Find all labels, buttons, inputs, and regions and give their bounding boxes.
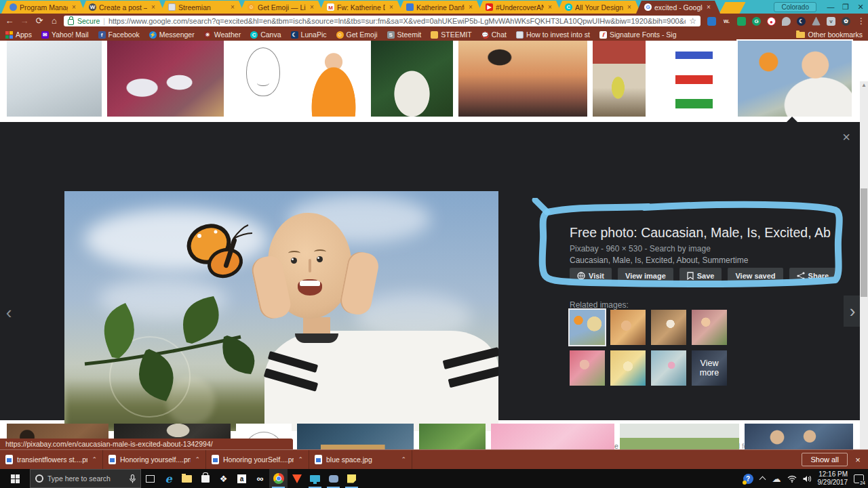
bookmark-canva[interactable]: CCanva bbox=[250, 30, 281, 39]
view-more-tile[interactable]: View more bbox=[692, 350, 727, 386]
related-image[interactable] bbox=[610, 350, 646, 386]
brave-icon[interactable] bbox=[288, 469, 306, 488]
bookmark-yahoo-mail[interactable]: ✉Yahoo! Mail bbox=[41, 30, 89, 39]
result-title[interactable]: Free photo: Caucasian, Male, Is, Excited… bbox=[570, 225, 831, 241]
tab-google-search-active[interactable]: Gexcited - Google Search bbox=[636, 1, 720, 14]
image-result[interactable] bbox=[458, 41, 587, 117]
bookmark-signature-fonts[interactable]: fSignature Fonts - Sig bbox=[599, 30, 677, 39]
related-image-selected[interactable] bbox=[570, 310, 605, 345]
help-tray-icon[interactable]: ? bbox=[743, 474, 753, 484]
show-all-downloads-button[interactable]: Show all bbox=[802, 453, 848, 466]
address-bar[interactable]: Secure | https://www.google.com/search?q… bbox=[64, 16, 701, 26]
search-by-image-link[interactable]: Search by image bbox=[650, 244, 711, 253]
tab-close-icon[interactable] bbox=[71, 4, 77, 11]
other-bookmarks[interactable]: Other bookmarks bbox=[796, 30, 863, 39]
tab-katherine-bio[interactable]: Katherine Danforth Bio bbox=[398, 1, 482, 14]
close-preview-icon[interactable] bbox=[842, 130, 850, 144]
bookmark-how-to-invest[interactable]: How to invest into st bbox=[516, 30, 590, 39]
action-center-icon[interactable]: 24 bbox=[854, 474, 864, 483]
tab-close-icon[interactable] bbox=[626, 4, 633, 11]
tray-overflow-chevron-icon[interactable] bbox=[760, 475, 766, 482]
tab-canva[interactable]: CAll Your Designs – Canv bbox=[557, 1, 641, 14]
close-downloads-icon[interactable] bbox=[848, 455, 868, 465]
download-item[interactable]: Honoring yourself....png bbox=[103, 450, 206, 470]
share-button[interactable]: Share bbox=[789, 268, 837, 283]
wikipedia-extension-icon[interactable]: w. bbox=[722, 17, 731, 26]
edge-icon[interactable]: e bbox=[159, 469, 178, 488]
bookmark-lunapic[interactable]: ☾LunaPic bbox=[291, 30, 327, 39]
discord-icon[interactable] bbox=[324, 469, 342, 488]
close-window-button[interactable]: ✕ bbox=[853, 1, 868, 13]
bookmark-get-emoji[interactable]: ☺Get Emoji bbox=[336, 30, 378, 39]
amazon-icon[interactable]: a bbox=[233, 469, 251, 488]
tab-create-post[interactable]: WCreate a post — Steem bbox=[81, 1, 165, 14]
visit-button[interactable]: Visit bbox=[570, 268, 612, 283]
pinned-extension-icon[interactable]: ● bbox=[767, 17, 776, 26]
bookmark-facebook[interactable]: fFacebook bbox=[98, 30, 140, 39]
view-saved-button[interactable]: View saved bbox=[728, 268, 783, 283]
tab-streemian[interactable]: Streemian bbox=[160, 1, 244, 14]
droplet-extension-icon[interactable] bbox=[782, 17, 791, 26]
forward-icon[interactable] bbox=[19, 16, 30, 26]
tab-youtube[interactable]: ▶#UndercoverANTIFA Fa bbox=[477, 1, 561, 14]
new-tab-button[interactable] bbox=[719, 2, 745, 14]
bookmark-apps[interactable]: Apps bbox=[5, 30, 32, 39]
moon-extension-icon[interactable]: ☾ bbox=[797, 17, 806, 26]
bookmark-steemit[interactable]: SSteemit bbox=[387, 30, 422, 39]
scroll-up-icon[interactable]: ▲ bbox=[860, 81, 868, 89]
bookmark-chat[interactable]: 💬Chat bbox=[481, 30, 507, 39]
image-result[interactable] bbox=[7, 41, 102, 117]
view-image-button[interactable]: View image bbox=[618, 268, 673, 283]
image-result[interactable] bbox=[593, 41, 646, 117]
tab-close-icon[interactable] bbox=[150, 4, 157, 11]
related-image[interactable] bbox=[651, 310, 686, 345]
tab-program-management[interactable]: Program Management bbox=[1, 1, 85, 14]
tab-close-icon[interactable] bbox=[467, 4, 474, 11]
chrome-taskbar-icon[interactable] bbox=[269, 469, 288, 488]
start-button[interactable] bbox=[0, 469, 30, 488]
lunapic-infinity-icon[interactable]: ∞ bbox=[251, 469, 269, 488]
image-result[interactable] bbox=[371, 41, 453, 117]
bookmark-steemit2[interactable]: STEEMIT bbox=[431, 30, 472, 39]
download-item[interactable]: transientflowers st....png bbox=[0, 450, 103, 470]
page-scrollbar[interactable]: ▲ ▼ bbox=[860, 81, 868, 488]
related-image[interactable] bbox=[570, 350, 605, 386]
image-result[interactable] bbox=[297, 41, 370, 117]
download-item[interactable]: blue space.jpg bbox=[309, 450, 412, 470]
chrome-menu-icon[interactable] bbox=[857, 16, 864, 26]
onedrive-cloud-icon[interactable]: ☁ bbox=[772, 474, 781, 484]
dropbox-icon[interactable]: ❖ bbox=[214, 469, 233, 488]
tab-close-icon[interactable] bbox=[229, 4, 236, 11]
reload-icon[interactable] bbox=[34, 16, 45, 26]
wifi-icon[interactable] bbox=[787, 475, 797, 483]
bookmark-messenger[interactable]: ⚡Messenger bbox=[149, 30, 195, 39]
image-result[interactable] bbox=[651, 41, 732, 117]
image-result[interactable] bbox=[229, 41, 297, 117]
related-image[interactable] bbox=[610, 310, 646, 345]
tab-get-emoji[interactable]: ☺Get Emoji — List of bbox=[239, 1, 323, 14]
chevron-up-icon[interactable] bbox=[401, 456, 406, 463]
download-item[interactable]: Honoring yourSelf....png bbox=[206, 450, 309, 470]
image-result[interactable] bbox=[107, 41, 224, 117]
tab-close-icon[interactable] bbox=[547, 4, 553, 11]
taskbar-search-input[interactable]: Type here to search bbox=[30, 469, 141, 488]
tab-close-icon[interactable] bbox=[309, 4, 315, 11]
home-icon[interactable] bbox=[49, 16, 60, 26]
shield-extension-icon[interactable]: v bbox=[827, 17, 835, 26]
tab-gmail[interactable]: MFw: Katherine Danforth bbox=[319, 1, 403, 14]
task-view-icon[interactable] bbox=[141, 469, 159, 488]
grammarly-extension-icon[interactable]: G bbox=[752, 17, 761, 26]
hangouts-extension-icon[interactable] bbox=[737, 17, 746, 26]
monitor-app-icon[interactable] bbox=[306, 469, 324, 488]
bookmark-star-icon[interactable] bbox=[689, 16, 696, 26]
outlook-extension-icon[interactable] bbox=[707, 17, 716, 26]
wordpress-extension-icon[interactable]: ✿ bbox=[842, 17, 850, 26]
sticky-notes-icon[interactable] bbox=[342, 469, 361, 488]
tab-close-icon[interactable] bbox=[388, 4, 395, 11]
file-explorer-icon[interactable] bbox=[178, 469, 196, 488]
bookmark-weather[interactable]: ☀Weather bbox=[204, 30, 241, 39]
store-icon[interactable] bbox=[196, 469, 214, 488]
mountain-extension-icon[interactable] bbox=[812, 17, 821, 26]
tab-close-icon[interactable] bbox=[705, 4, 712, 11]
minimize-button[interactable]: — bbox=[823, 1, 838, 13]
